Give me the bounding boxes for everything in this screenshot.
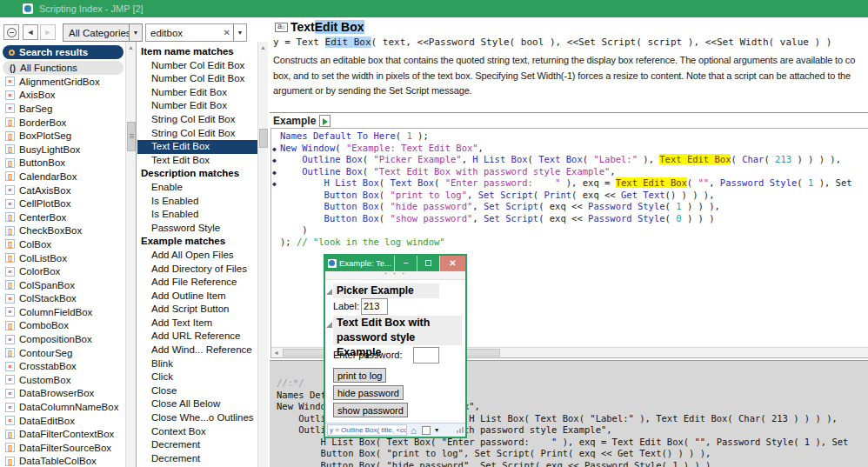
match-item[interactable]: Add Text Item — [137, 317, 267, 330]
match-item[interactable]: Add URL Reference — [137, 330, 267, 344]
sidebar-item-datafiltercontextbox[interactable]: []DataFilterContextBox — [0, 427, 136, 441]
sidebar-item-contourseg[interactable]: []ContourSeg — [0, 346, 136, 360]
match-item[interactable]: Add File Reference — [137, 276, 267, 290]
match-item[interactable]: Context Box — [137, 425, 267, 439]
search-history-chevron-icon[interactable]: ▼ — [233, 24, 246, 41]
match-item[interactable]: Number Edit Box — [137, 86, 267, 100]
sidebar-item-boxplotseg[interactable]: []BoxPlotSeg — [0, 129, 136, 143]
sidebar-item-datafiltersourcebox[interactable]: []DataFilterSourceBox — [0, 441, 136, 455]
sidebar-item-busylightbox[interactable]: []BusyLightBox — [0, 143, 136, 157]
match-item[interactable]: Add Outline Item — [137, 290, 267, 304]
scroll-left-icon[interactable]: ◄ — [273, 350, 279, 356]
outline-disclosure-icon[interactable] — [326, 322, 332, 328]
matches-scrollbar[interactable]: ▲ — [257, 42, 268, 467]
match-item[interactable]: Password Style — [137, 222, 267, 236]
example-button-hide-password[interactable]: hide password — [333, 385, 404, 400]
outline-disclosure-icon[interactable] — [326, 289, 332, 295]
sidebar-item-crosstabbox[interactable]: «CrosstabBox — [0, 359, 136, 373]
sidebar-item-compositionbox[interactable]: «CompositionBox — [0, 332, 136, 346]
sidebar-item-cellplotbox[interactable]: «CellPlotBox — [0, 197, 136, 210]
category-dropdown[interactable]: All Categories ▼ — [63, 23, 143, 42]
match-item[interactable]: Blink — [137, 357, 267, 371]
sidebar-scroll-thumb[interactable] — [127, 122, 136, 151]
outline-title-picker-example[interactable]: Picker Example — [333, 284, 439, 298]
matches-scroll-thumb[interactable] — [259, 129, 268, 148]
sidebar-item-columnfieldbox[interactable]: «ColumnFieldBox — [0, 305, 136, 319]
sidebar-item-axisbox[interactable]: «AxisBox — [0, 89, 136, 103]
sidebar-item-custombox[interactable]: «CustomBox — [0, 373, 136, 387]
sidebar-item-label: ColumnFieldBox — [19, 307, 92, 317]
chevron-down-icon[interactable]: ▼ — [129, 24, 142, 41]
match-item[interactable]: String Col Edit Box — [137, 113, 267, 127]
jmp-app-icon — [23, 3, 33, 14]
scroll-up-icon[interactable]: ▲ — [126, 42, 136, 55]
match-item[interactable]: Is Enabled — [137, 195, 267, 209]
collapse-all-button[interactable] — [3, 24, 19, 40]
sidebar-item-search-results[interactable]: Search results — [3, 45, 124, 59]
outline-title-password-example[interactable]: Text Edit Box with password style Exampl… — [333, 316, 462, 345]
sidebar-item-datatablecolbox[interactable]: []DataTableColBox — [0, 455, 136, 467]
search-box[interactable]: editbox ✕ ▼ — [145, 23, 247, 42]
clear-search-icon[interactable]: ✕ — [221, 28, 233, 37]
match-item[interactable]: String Col Edit Box — [137, 127, 267, 141]
sidebar-item-barseg[interactable]: «BarSeg — [0, 102, 136, 116]
home-icon[interactable]: ⌂ — [411, 425, 417, 436]
sidebar-scrollbar[interactable]: ▲ — [125, 42, 136, 467]
match-item[interactable]: Add Directory of Files — [137, 263, 267, 277]
back-button[interactable]: ◄ — [23, 24, 38, 40]
fold-diamond-icon[interactable]: ◆ — [272, 143, 277, 156]
match-item[interactable]: Add Script Button — [137, 303, 267, 317]
forward-button[interactable]: ► — [40, 24, 56, 40]
sidebar-item-datacolumnnamebox[interactable]: «DataColumnNameBox — [0, 400, 136, 414]
sidebar-item-combobox[interactable]: []ComboBox — [0, 319, 136, 333]
run-example-button[interactable] — [319, 115, 331, 127]
match-item[interactable]: Number Col Edit Box — [137, 72, 267, 86]
window-titlebar[interactable]: Scripting Index - JMP [2] — [0, 0, 868, 17]
label-value-input[interactable]: 213 — [361, 298, 388, 315]
scroll-up-icon[interactable]: ▲ — [258, 42, 268, 55]
sidebar-item-borderbox[interactable]: []BorderBox — [0, 116, 136, 130]
match-item[interactable]: Text Edit Box — [137, 154, 267, 168]
sidebar-item-cataxisbox[interactable]: «CatAxisBox — [0, 183, 136, 197]
match-item[interactable]: Close — [137, 384, 267, 398]
sidebar-item-calendarbox[interactable]: []CalendarBox — [0, 170, 136, 183]
fold-diamond-icon[interactable]: ◆ — [272, 167, 277, 179]
match-item[interactable]: Is Enabled — [137, 208, 267, 222]
resize-grip-icon[interactable] — [457, 427, 464, 433]
sidebar-item-databrowserbox[interactable]: «DataBrowserBox — [0, 387, 136, 401]
match-item[interactable]: Number Col Edit Box — [137, 59, 267, 73]
match-item[interactable]: Close Whe...o Outlines — [137, 411, 267, 425]
match-item[interactable]: Close All Below — [137, 397, 267, 411]
match-item[interactable]: Add All Open Files — [137, 249, 267, 263]
example-button-show-password[interactable]: show password — [333, 403, 408, 417]
sidebar-item-colspanbox[interactable]: []ColSpanBox — [0, 278, 136, 292]
sidebar-item-colbox[interactable]: []ColBox — [0, 237, 136, 251]
sidebar-item-dataeditbox[interactable]: «DataEditBox — [0, 414, 136, 428]
sidebar-item-checkboxbox[interactable]: []CheckBoxBox — [0, 224, 136, 238]
sidebar-item-alignmentgridbox[interactable]: «AlignmentGridBox — [0, 75, 136, 89]
sidebar-item-all-functions[interactable]: () All Functions — [3, 61, 124, 75]
sidebar-item-buttonbox[interactable]: []ButtonBox — [0, 157, 136, 170]
example-button-print-to-log[interactable]: print to log — [333, 368, 386, 383]
sidebar-item-collistbox[interactable]: []ColListBox — [0, 251, 136, 265]
close-button[interactable]: ✕ — [439, 256, 465, 271]
password-input[interactable] — [413, 347, 439, 364]
sidebar-item-colorbox[interactable]: «ColorBox — [0, 264, 136, 278]
match-item[interactable]: Decrement — [137, 438, 267, 452]
match-item[interactable]: Text Edit Box — [137, 140, 267, 154]
match-item[interactable]: Click — [137, 370, 267, 384]
fold-diamond-icon[interactable]: ◆ — [272, 155, 277, 167]
match-item[interactable]: Decrement — [137, 452, 267, 466]
window-grab-dots-icon[interactable]: · · · — [325, 271, 465, 280]
code-line: Button Box( "print to log", Set Script( … — [271, 190, 868, 202]
status-chevron-down-icon[interactable]: ▼ — [434, 427, 440, 433]
sidebar-item-centerbox[interactable]: []CenterBox — [0, 210, 136, 224]
match-item[interactable]: Number Edit Box — [137, 99, 267, 113]
match-item[interactable]: Add Wind... Reference — [137, 344, 267, 357]
search-input[interactable]: editbox — [146, 28, 221, 38]
match-item[interactable]: Enable — [137, 181, 267, 195]
fold-diamond-icon[interactable]: ◆ — [272, 178, 277, 190]
maximize-button[interactable] — [417, 256, 439, 271]
status-checkbox[interactable] — [422, 426, 431, 435]
sidebar-item-colstackbox[interactable]: «ColStackBox — [0, 292, 136, 306]
